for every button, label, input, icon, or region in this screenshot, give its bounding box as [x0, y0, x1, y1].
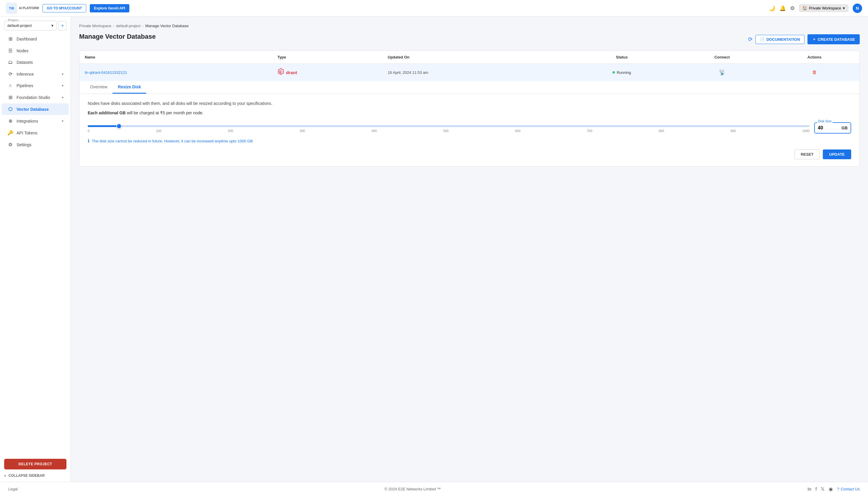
disk-size-label: Disk Size [817, 119, 833, 123]
tab-resize-disk[interactable]: Resize Disk [112, 81, 146, 94]
project-select-container: Project default-project ▾ [4, 21, 57, 30]
breadcrumb-sep2: › [142, 24, 144, 28]
sidebar-item-dashboard[interactable]: ⊞ Dashboard [2, 33, 69, 45]
logo-icon: TIR [6, 3, 17, 14]
sidebar-item-settings[interactable]: ⚙ Settings [2, 139, 69, 150]
qdrant-hex-icon: Q [277, 68, 284, 77]
resize-disk-panel: Nodes have disks associated with them, a… [79, 94, 859, 166]
label-100: 100 [156, 129, 161, 133]
sidebar-item-inference[interactable]: ⟳ Inference ▾ [2, 68, 69, 80]
contact-us-link[interactable]: ? Contact Us [837, 487, 860, 491]
cost-bold: Each additional GB [88, 110, 126, 115]
question-icon: ? [837, 487, 839, 491]
disk-size-slider[interactable] [88, 125, 809, 127]
datasets-icon: 🗂 [7, 60, 14, 65]
database-table: Name Type Updated On Status Connect Acti… [79, 51, 859, 81]
explore-genai-button[interactable]: Explore GenAI API [90, 4, 129, 12]
reset-button[interactable]: RESET [794, 150, 820, 159]
sidebar-item-pipelines[interactable]: ⑃ Pipelines ▾ [2, 80, 69, 91]
facebook-icon[interactable]: f [816, 486, 817, 492]
sidebar-item-label: Vector Database [17, 107, 49, 112]
sidebar-item-api-tokens[interactable]: 🔑 API Tokens [2, 127, 69, 139]
status-dot-icon [613, 71, 615, 74]
project-selector: Project default-project ▾ + [4, 21, 66, 30]
sidebar-item-nodes[interactable]: ☰ Nodes [2, 45, 69, 57]
svg-text:Q: Q [279, 70, 282, 74]
project-select[interactable]: default-project ▾ [4, 21, 57, 30]
project-chevron-icon: ▾ [51, 24, 53, 28]
sidebar-item-label: Inference [17, 72, 34, 77]
add-project-button[interactable]: + [59, 21, 66, 30]
collapse-label: COLLAPSE SIDEBAR [9, 474, 45, 478]
table-header-row: Name Type Updated On Status Connect Acti… [79, 51, 859, 64]
database-name-link[interactable]: tir-qdrant-041611532121 [85, 70, 127, 75]
tabs: Overview Resize Disk [79, 81, 859, 94]
col-actions: Actions [769, 51, 859, 64]
twitter-icon[interactable]: 𝕏 [821, 486, 825, 492]
footer-legal[interactable]: Legal [8, 487, 18, 491]
delete-project-button[interactable]: DELETE PROJECT [4, 459, 66, 469]
page-header: Manage Vector Database ⟳ 📄 DOCUMENTATION… [79, 33, 860, 46]
disk-size-input[interactable] [815, 123, 838, 133]
col-type: Type [272, 51, 382, 64]
label-800: 800 [659, 129, 664, 133]
linkedin-icon[interactable]: in [808, 486, 811, 492]
slider-row: 0 100 200 300 400 500 600 700 800 900 10… [88, 122, 851, 134]
col-name: Name [79, 51, 272, 64]
documentation-button[interactable]: 📄 DOCUMENTATION [756, 35, 805, 44]
table-row: tir-qdrant-041611532121 Q [79, 64, 859, 81]
label-900: 900 [730, 129, 736, 133]
tab-overview[interactable]: Overview [85, 81, 112, 94]
breadcrumb-project: default-project [116, 24, 140, 28]
workspace-selector[interactable]: 🏠 Private Workspace ▾ [799, 4, 849, 12]
collapse-sidebar-button[interactable]: « COLLAPSE SIDEBAR [4, 474, 66, 478]
create-plus-icon: ＋ [812, 37, 816, 42]
footer-social: in f 𝕏 ◉ ? Contact Us [808, 486, 860, 492]
go-to-myaccount-button[interactable]: GO TO MYACCOUNT [43, 4, 86, 12]
settings-button[interactable]: ⚙ [790, 5, 795, 12]
label-400: 400 [371, 129, 377, 133]
col-connect: Connect [675, 51, 770, 64]
logo: TIR AI PLATFORM [6, 3, 39, 14]
disk-size-input-row: GB [814, 122, 851, 134]
documentation-label: DOCUMENTATION [767, 37, 800, 42]
sidebar-item-integrations[interactable]: ⊕ Integrations ▾ [2, 115, 69, 127]
sidebar-item-vector-database[interactable]: ⬡ Vector Database [2, 104, 69, 115]
create-label: CREATE DATABASE [818, 37, 855, 42]
dark-mode-button[interactable]: 🌙 [769, 5, 775, 12]
col-status: Status [569, 51, 675, 64]
settings-nav-icon: ⚙ [7, 142, 14, 148]
create-database-button[interactable]: ＋ CREATE DATABASE [807, 34, 860, 44]
disk-size-input-container: Disk Size GB [814, 122, 851, 134]
label-1000: 1000 [802, 129, 809, 133]
label-700: 700 [587, 129, 592, 133]
sidebar-item-label: Datasets [17, 60, 33, 65]
connect-icon[interactable]: 📡 [719, 69, 725, 75]
breadcrumb-current: Manage Vector Database [145, 24, 189, 28]
topnav: TIR AI PLATFORM GO TO MYACCOUNT Explore … [0, 0, 868, 17]
database-card: Name Type Updated On Status Connect Acti… [79, 50, 860, 167]
slider-container: 0 100 200 300 400 500 600 700 800 900 10… [88, 123, 809, 133]
warning-text: The disk size cannot be reduced in futur… [92, 139, 253, 143]
api-tokens-icon: 🔑 [7, 130, 14, 136]
delete-row-icon[interactable]: 🗑 [812, 70, 817, 75]
update-button[interactable]: UPDATE [823, 150, 851, 159]
integrations-arrow-icon: ▾ [62, 119, 63, 123]
label-600: 600 [515, 129, 520, 133]
refresh-button[interactable]: ⟳ [748, 36, 753, 43]
sidebar-item-label: API Tokens [17, 130, 37, 135]
rss-icon[interactable]: ◉ [829, 486, 833, 492]
sidebar-item-datasets[interactable]: 🗂 Datasets [2, 57, 69, 68]
notifications-button[interactable]: 🔔 [779, 5, 786, 12]
nodes-icon: ☰ [7, 48, 14, 53]
sidebar-item-label: Nodes [17, 48, 28, 53]
label-200: 200 [228, 129, 233, 133]
header-actions: ⟳ 📄 DOCUMENTATION ＋ CREATE DATABASE [748, 34, 860, 44]
workspace-label: Private Workspace [809, 6, 841, 10]
sidebar-nav: ⊞ Dashboard ☰ Nodes 🗂 Datasets ⟳ Inferen… [0, 33, 70, 151]
breadcrumb-sep1: › [113, 24, 114, 28]
cost-detail: will be charged at ₹5 per month per node… [127, 110, 204, 115]
slider-labels: 0 100 200 300 400 500 600 700 800 900 10… [88, 129, 809, 133]
footer: Legal © 2024 E2E Networks Limited ™ in f… [0, 482, 868, 496]
sidebar-item-foundation-studio[interactable]: ⊞ Foundation Studio ▾ [2, 92, 69, 103]
